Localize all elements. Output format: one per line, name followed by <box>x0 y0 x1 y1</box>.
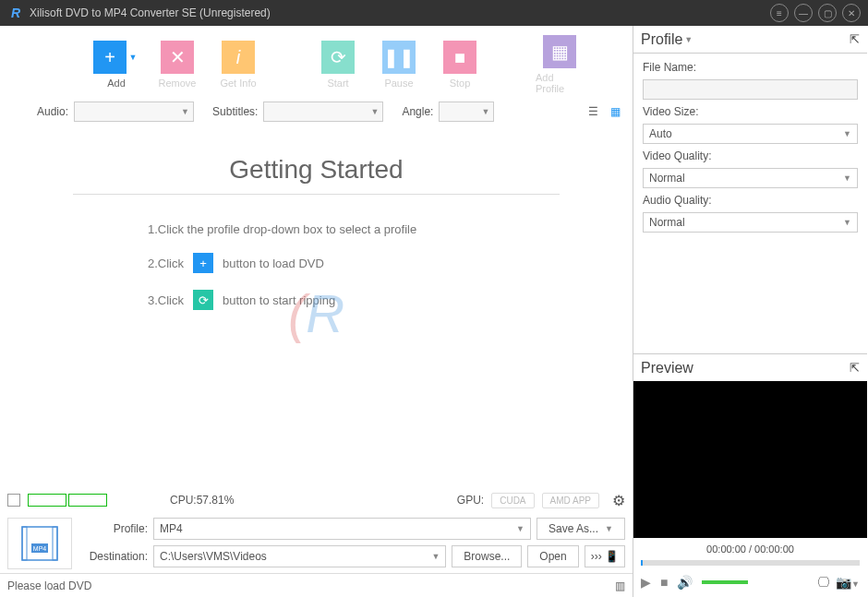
get-info-button[interactable]: i Get Info <box>214 41 262 89</box>
chevron-down-icon: ▼ <box>516 524 524 533</box>
angle-combo[interactable]: ▼ <box>439 101 494 122</box>
destination-combo[interactable]: C:\Users\VMS\Videos ▼ <box>153 545 446 567</box>
add-dropdown-icon[interactable]: ▼ <box>127 41 139 74</box>
chevron-down-icon: ▼ <box>431 552 440 561</box>
expand-icon[interactable]: ⇱ <box>850 361 860 375</box>
stop-button[interactable]: ■ Stop <box>436 41 484 89</box>
audioquality-combo[interactable]: Normal ▼ <box>643 212 858 233</box>
volume-slider[interactable] <box>702 580 748 584</box>
preview-time: 00:00:00 / 00:00:00 <box>633 538 867 560</box>
audio-label: Audio: <box>37 105 68 118</box>
profile-combo[interactable]: MP4 ▼ <box>153 518 531 540</box>
videosize-combo[interactable]: Auto ▼ <box>643 124 858 144</box>
subtitles-label: Subtitles: <box>212 105 258 118</box>
start-button[interactable]: ⟳ Start <box>314 41 362 89</box>
amd-badge[interactable]: AMD APP <box>542 493 599 508</box>
window-title: Xilisoft DVD to MP4 Converter SE (Unregi… <box>30 6 765 19</box>
step-1: 1.Click the profile drop-down box to sel… <box>148 222 586 236</box>
status-row: CPU:57.81% GPU: CUDA AMD APP ⚙ <box>0 486 633 514</box>
save-as-button[interactable]: Save As... ▼ <box>536 518 625 540</box>
menu-button[interactable]: ≡ <box>770 4 789 22</box>
remove-button[interactable]: ✕ Remove <box>153 41 201 89</box>
grid-view-button[interactable]: ▦ <box>607 103 623 120</box>
expand-icon[interactable]: ⇱ <box>850 32 860 46</box>
add-button[interactable]: + ▼ Add <box>92 41 140 89</box>
cpu-usage: CPU:57.81% <box>170 494 234 507</box>
list-view-button[interactable]: ☰ <box>585 103 601 120</box>
videoquality-label: Video Quality: <box>643 149 858 162</box>
statusbar: Please load DVD ▥ <box>0 573 633 597</box>
destination-label: Destination: <box>81 550 148 563</box>
audioquality-label: Audio Quality: <box>643 194 858 207</box>
audio-combo[interactable]: ▼ <box>74 101 194 122</box>
progress-bars <box>28 494 107 507</box>
gpu-label: GPU: <box>457 494 484 507</box>
step-3: 3.Click ⟳ button to start ripping <box>148 290 586 310</box>
chevron-down-icon: ▼ <box>843 218 851 227</box>
titlebar: R Xilisoft DVD to MP4 Converter SE (Unre… <box>0 0 868 26</box>
cuda-badge[interactable]: CUDA <box>491 493 534 508</box>
export-device-button[interactable]: ››› 📱 <box>585 545 625 567</box>
camera-icon[interactable]: 📷▼ <box>836 575 860 590</box>
svg-text:MP4: MP4 <box>33 545 47 552</box>
chevron-down-icon: ▼ <box>370 107 379 116</box>
filename-label: File Name: <box>643 61 858 74</box>
filter-bar: Audio: ▼ Subtitles: ▼ Angle: ▼ ☰ ▦ <box>0 96 633 127</box>
chevron-down-icon: ▼ <box>843 129 851 138</box>
profile-icon: ▦ <box>543 35 576 68</box>
profile-label: Profile: <box>81 522 148 535</box>
browse-button[interactable]: Browse... <box>452 545 522 567</box>
info-icon: i <box>222 41 255 74</box>
stop-preview-button[interactable]: ■ <box>660 575 668 590</box>
preview-seek-slider[interactable] <box>641 560 860 566</box>
divider <box>73 194 560 195</box>
videoquality-combo[interactable]: Normal ▼ <box>643 168 858 188</box>
status-text: Please load DVD <box>7 579 91 592</box>
close-button[interactable]: ✕ <box>842 4 861 22</box>
filename-input[interactable] <box>643 79 858 100</box>
format-thumbnail: MP4 <box>7 518 72 569</box>
report-icon[interactable]: ▥ <box>615 579 625 592</box>
pause-button[interactable]: ❚❚ Pause <box>375 41 423 89</box>
getting-started-title: Getting Started <box>46 155 586 185</box>
main-toolbar: + ▼ Add ✕ Remove i Get Info ⟳ Start ❚❚ P… <box>0 26 633 96</box>
start-icon: ⟳ <box>193 290 213 310</box>
plus-icon: + <box>193 253 213 273</box>
open-button[interactable]: Open <box>527 545 578 567</box>
subtitles-combo[interactable]: ▼ <box>263 101 383 122</box>
content-area: Getting Started 1.Click the profile drop… <box>0 127 633 486</box>
gear-icon[interactable]: ⚙ <box>612 492 625 509</box>
preview-video <box>633 381 867 538</box>
x-icon: ✕ <box>161 41 194 74</box>
minimize-button[interactable]: — <box>794 4 813 22</box>
chevron-down-icon: ▼ <box>843 173 851 183</box>
pause-icon: ❚❚ <box>382 41 416 74</box>
angle-label: Angle: <box>402 105 433 118</box>
maximize-button[interactable]: ▢ <box>818 4 837 22</box>
progress-bar <box>68 494 107 507</box>
progress-bar <box>28 494 66 507</box>
destination-area: MP4 Profile: MP4 ▼ Save As... ▼ Destin <box>0 514 633 573</box>
start-icon: ⟳ <box>321 41 355 74</box>
play-button[interactable]: ▶ <box>641 575 651 590</box>
add-profile-button[interactable]: ▦ Add Profile <box>536 35 584 94</box>
stop-icon: ■ <box>443 41 476 74</box>
snapshot-screen-icon[interactable]: 🖵 <box>817 575 830 590</box>
videosize-label: Video Size: <box>643 105 858 118</box>
chevron-down-icon: ▼ <box>684 35 693 44</box>
chevron-down-icon: ▼ <box>181 107 189 116</box>
chevron-down-icon: ▼ <box>482 107 490 116</box>
app-logo: R <box>7 5 24 21</box>
volume-icon[interactable]: 🔊 <box>677 575 693 590</box>
step-2: 2.Click + button to load DVD <box>148 253 586 273</box>
plus-icon: + <box>93 41 127 74</box>
preview-controls: ▶ ■ 🔊 🖵 📷▼ <box>633 571 867 597</box>
select-all-checkbox[interactable] <box>7 494 20 507</box>
chevron-down-icon: ▼ <box>605 524 613 533</box>
preview-panel-header: Preview ⇱ <box>633 353 867 381</box>
profile-panel-header[interactable]: Profile ▼ ⇱ <box>633 26 867 54</box>
profile-panel: File Name: Video Size: Auto ▼ Video Qual… <box>633 54 867 240</box>
